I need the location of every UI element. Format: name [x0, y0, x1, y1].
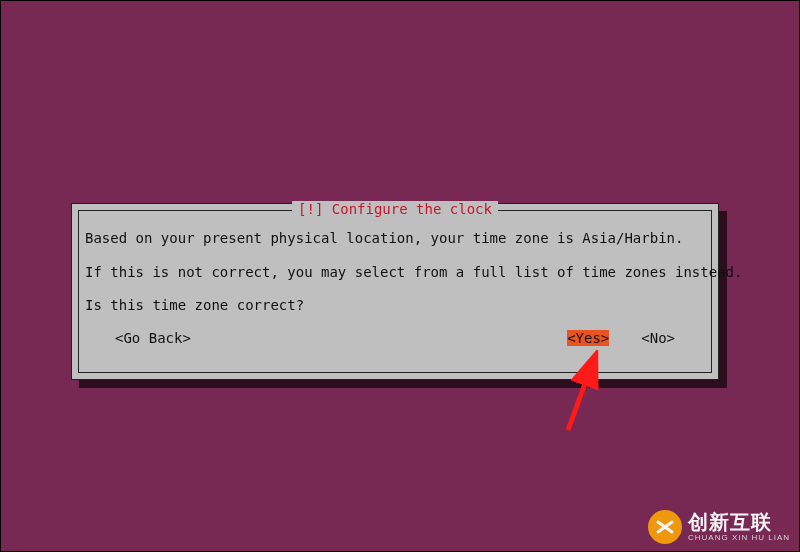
no-button[interactable]: <No>: [641, 330, 675, 346]
yes-button[interactable]: <Yes>: [567, 330, 609, 346]
dialog-buttons: <Go Back> <Yes> <No>: [85, 330, 705, 346]
dialog-line-1: Based on your present physical location,…: [85, 229, 705, 249]
watermark-en: CHUANG XIN HU LIAN: [688, 534, 790, 542]
watermark-logo-icon: [648, 510, 682, 544]
dialog-inner: [!] Configure the clock Based on your pr…: [78, 210, 712, 373]
dialog-title: [!] Configure the clock: [292, 201, 498, 217]
go-back-button[interactable]: <Go Back>: [115, 330, 191, 346]
spacer: [191, 330, 567, 346]
dialog-question: Is this time zone correct?: [85, 296, 705, 316]
watermark: 创新互联 CHUANG XIN HU LIAN: [648, 510, 790, 544]
configure-clock-dialog: [!] Configure the clock Based on your pr…: [71, 203, 719, 380]
dialog-body: Based on your present physical location,…: [85, 229, 705, 316]
watermark-text: 创新互联 CHUANG XIN HU LIAN: [688, 512, 790, 542]
dialog-line-2: If this is not correct, you may select f…: [85, 263, 705, 283]
watermark-cn: 创新互联: [688, 512, 790, 532]
spacer: [609, 330, 641, 346]
